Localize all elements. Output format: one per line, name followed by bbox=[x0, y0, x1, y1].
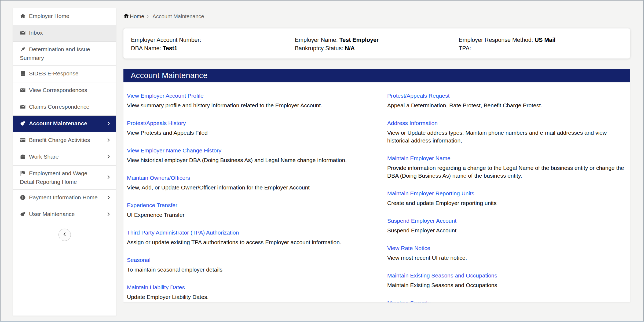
tpa-field: TPA: bbox=[459, 44, 623, 53]
link-description: View or Update address types. Maintain p… bbox=[387, 129, 625, 144]
link-description: Create and update Employer reporting uni… bbox=[387, 199, 625, 207]
home-icon bbox=[20, 13, 29, 21]
sidebar-item-account-maintenance[interactable]: Account Maintenance bbox=[13, 116, 116, 132]
links-column-left: View Employer Account Profile View summa… bbox=[127, 93, 387, 302]
link-item: Maintain Owners/Officers View, Add, or U… bbox=[127, 175, 374, 191]
chevron-right-icon bbox=[106, 211, 111, 218]
main-content: Home Account Maintenance Employer Accoun… bbox=[123, 8, 630, 302]
link-item: Experience Transfer UI Experience Transf… bbox=[127, 202, 374, 219]
link-description: View historical employer DBA (Doing Busi… bbox=[127, 156, 374, 164]
chevron-right-icon bbox=[106, 137, 111, 144]
link-item: View Employer Name Change History View h… bbox=[127, 147, 374, 164]
sidebar-item-determination-and-issue-summary[interactable]: Determination and Issue Summary bbox=[13, 42, 116, 66]
sidebar-item-view-correspondences[interactable]: View Correspondences bbox=[13, 82, 116, 99]
sidebar-item-label: Payment Information Home bbox=[29, 194, 98, 200]
link-item: Protest/Appeals History View Protests an… bbox=[127, 120, 374, 137]
link-maintain-liability-dates[interactable]: Maintain Liability Dates bbox=[127, 284, 185, 291]
link-view-employer-name-change-history[interactable]: View Employer Name Change History bbox=[127, 147, 221, 154]
gears-icon bbox=[20, 120, 29, 128]
info-column: Employer Name:Test Employer Bankruptcy S… bbox=[295, 36, 459, 53]
chevron-right-icon bbox=[106, 194, 111, 202]
employer-name-field: Employer Name:Test Employer bbox=[295, 36, 459, 44]
sidebar-item-claims-correspondence[interactable]: Claims Correspondence bbox=[13, 99, 116, 116]
link-maintain-existing-seasons-and-occupations[interactable]: Maintain Existing Seasons and Occupation… bbox=[387, 272, 497, 279]
page-title: Account Maintenance bbox=[131, 71, 208, 80]
link-item: View Employer Account Profile View summa… bbox=[127, 93, 374, 109]
sidebar-item-label: Work Share bbox=[29, 153, 59, 160]
link-description: Maintain Existing Seasons and Occupation… bbox=[387, 281, 625, 289]
sidebar-item-label: Employer Home bbox=[29, 13, 69, 19]
chevron-right-icon bbox=[106, 120, 111, 128]
sidebar-item-label: SIDES E-Response bbox=[29, 70, 78, 76]
gavel-icon bbox=[20, 46, 29, 54]
envelope-icon bbox=[20, 30, 29, 38]
links-column-right: Protest/Appeals Request Appeal a Determi… bbox=[387, 93, 625, 302]
sidebar-item-employment-and-wage-detail-reporting-home[interactable]: Employment and Wage Detail Reporting Hom… bbox=[13, 166, 116, 190]
link-item: Maintain Liability Dates Update Employer… bbox=[127, 284, 374, 301]
envelope-icon bbox=[20, 87, 29, 95]
sidebar-collapse-row bbox=[13, 226, 116, 243]
sidebar-collapse-button[interactable] bbox=[58, 229, 71, 241]
sidebar-item-label: Inbox bbox=[29, 30, 43, 36]
link-view-employer-account-profile[interactable]: View Employer Account Profile bbox=[127, 93, 204, 99]
employer-response-method-field: Employer Response Method:US Mail bbox=[459, 36, 623, 44]
link-view-rate-notice[interactable]: View Rate Notice bbox=[387, 245, 430, 251]
link-description: Suspend Employer Account bbox=[387, 226, 625, 234]
link-experience-transfer[interactable]: Experience Transfer bbox=[127, 202, 177, 208]
employer-account-number-field: Employer Account Number: bbox=[131, 36, 295, 44]
sidebar-item-inbox[interactable]: Inbox bbox=[13, 25, 116, 42]
link-seasonal[interactable]: Seasonal bbox=[127, 257, 151, 263]
link-address-information[interactable]: Address Information bbox=[387, 120, 438, 126]
link-item: Third Party Administrator (TPA) Authoriz… bbox=[127, 229, 374, 246]
link-maintain-security[interactable]: Maintain Security bbox=[387, 300, 430, 302]
link-item: Maintain Security View or edit security … bbox=[387, 300, 625, 302]
link-item: Address Information View or Update addre… bbox=[387, 120, 625, 144]
link-item: Maintain Existing Seasons and Occupation… bbox=[387, 272, 625, 289]
chevron-right-icon bbox=[106, 153, 111, 161]
home-icon bbox=[123, 13, 129, 20]
link-maintain-employer-reporting-units[interactable]: Maintain Employer Reporting Units bbox=[387, 190, 474, 197]
panel-header: Account Maintenance bbox=[123, 69, 630, 82]
chevron-left-icon bbox=[62, 232, 67, 238]
link-suspend-employer-account[interactable]: Suspend Employer Account bbox=[387, 218, 456, 224]
sidebar-item-benefit-charge-activities[interactable]: Benefit Charge Activities bbox=[13, 132, 116, 149]
sidebar-item-work-share[interactable]: Work Share bbox=[13, 149, 116, 166]
sidebar-item-label: User Maintenance bbox=[29, 211, 75, 217]
sidebar-item-label: Benefit Charge Activities bbox=[29, 137, 90, 143]
breadcrumb-home-link[interactable]: Home bbox=[123, 13, 144, 20]
flag-icon bbox=[20, 170, 29, 178]
sidebar-item-label: Employment and Wage Detail Reporting Hom… bbox=[20, 170, 87, 185]
breadcrumb: Home Account Maintenance bbox=[123, 12, 630, 20]
info-column: Employer Response Method:US Mail TPA: bbox=[459, 36, 623, 53]
sidebar-item-sides-e-response[interactable]: SIDES E-Response bbox=[13, 66, 116, 82]
link-description: Provide information regarding a change t… bbox=[387, 164, 625, 180]
gears-icon bbox=[20, 211, 29, 219]
link-item: Protest/Appeals Request Appeal a Determi… bbox=[387, 93, 625, 109]
link-description: Update Employer Liability Dates. bbox=[127, 293, 374, 301]
book-icon bbox=[20, 71, 29, 78]
sidebar-item-payment-information-home[interactable]: Payment Information Home bbox=[13, 190, 116, 206]
link-description: To maintain seasonal employer details bbox=[127, 266, 374, 273]
link-description: Appeal a Determination, Rate Protest, Be… bbox=[387, 101, 625, 109]
link-item: Suspend Employer Account Suspend Employe… bbox=[387, 218, 625, 234]
info-column: Employer Account Number: DBA Name:Test1 bbox=[131, 36, 295, 53]
link-description: View summary profile and history informa… bbox=[127, 101, 374, 109]
link-protest-appeals-history[interactable]: Protest/Appeals History bbox=[127, 120, 186, 126]
dba-name-field: DBA Name:Test1 bbox=[131, 44, 295, 53]
breadcrumb-home-label: Home bbox=[130, 13, 144, 20]
sidebar-item-employer-home[interactable]: Employer Home bbox=[13, 8, 116, 25]
sidebar-item-user-maintenance[interactable]: User Maintenance bbox=[13, 206, 116, 223]
link-maintain-owners-officers[interactable]: Maintain Owners/Officers bbox=[127, 175, 190, 181]
sidebar-item-label: View Correspondences bbox=[29, 87, 87, 93]
link-protest-appeals-request[interactable]: Protest/Appeals Request bbox=[387, 93, 449, 99]
employer-info-card: Employer Account Number: DBA Name:Test1 … bbox=[123, 28, 630, 58]
sidebar-item-label: Claims Correspondence bbox=[29, 104, 89, 110]
link-third-party-administrator-tpa-authorization[interactable]: Third Party Administrator (TPA) Authoriz… bbox=[127, 229, 239, 236]
link-item: View Rate Notice View most recent UI rat… bbox=[387, 245, 625, 262]
app-window: Employer Home Inbox Determination and Is… bbox=[0, 0, 644, 322]
link-description: View Protests and Appeals Filed bbox=[127, 129, 374, 137]
link-description: View most recent UI rate notice. bbox=[387, 254, 625, 262]
link-maintain-employer-name[interactable]: Maintain Employer Name bbox=[387, 155, 451, 162]
info-circle-icon bbox=[20, 195, 29, 202]
breadcrumb-separator-icon bbox=[146, 15, 149, 18]
